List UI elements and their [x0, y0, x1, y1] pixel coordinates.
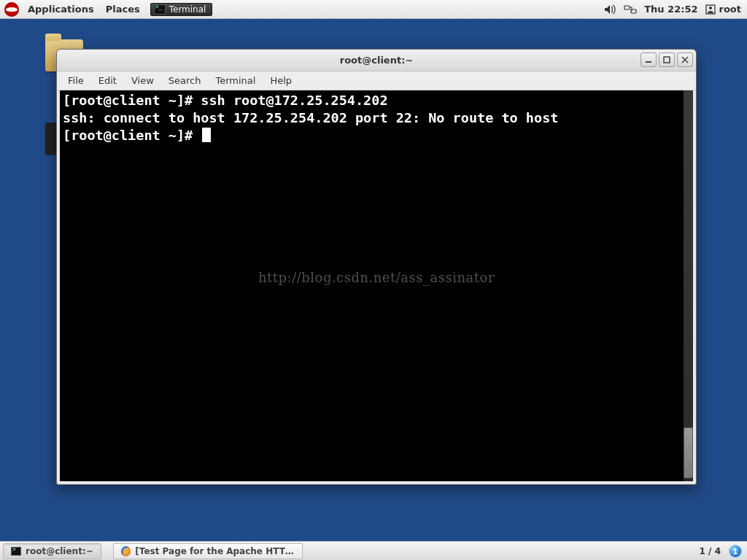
system-tray: Thu 22:52 root: [603, 4, 747, 15]
user-menu[interactable]: root: [705, 4, 742, 15]
menu-search[interactable]: Search: [162, 74, 208, 88]
menu-edit[interactable]: Edit: [92, 74, 123, 88]
applications-menu[interactable]: Applications: [22, 4, 100, 15]
terminal-scrollbar[interactable]: [684, 90, 693, 481]
svg-point-3: [709, 7, 712, 9]
clock[interactable]: Thu 22:52: [644, 4, 697, 15]
taskbar-item-firefox[interactable]: [Test Page for the Apache HTTP...: [113, 543, 303, 559]
menu-file[interactable]: File: [61, 74, 90, 88]
terminal-viewport[interactable]: [root@client ~]# ssh root@172.25.254.202…: [60, 90, 693, 481]
notification-badge[interactable]: 1: [729, 545, 741, 557]
network-icon[interactable]: [624, 4, 637, 15]
user-icon: [705, 4, 716, 15]
cursor-icon: [202, 128, 211, 142]
terminal-menubar: File Edit View Search Terminal Help: [57, 71, 696, 90]
terminal-icon: [11, 547, 21, 556]
distro-logo-icon[interactable]: [4, 2, 19, 17]
scrollbar-thumb[interactable]: [684, 427, 693, 478]
panel-task-terminal[interactable]: Terminal: [150, 3, 213, 16]
svg-rect-5: [664, 57, 670, 63]
window-title: root@client:~: [57, 55, 696, 66]
watermark-text: http://blog.csdn.net/ass_assinator: [60, 271, 693, 284]
minimize-button[interactable]: [640, 52, 657, 67]
menu-help[interactable]: Help: [263, 74, 298, 88]
terminal-window: root@client:~ File Edit View Search Term…: [56, 49, 697, 485]
taskbar-label: root@client:~: [26, 546, 93, 556]
places-menu[interactable]: Places: [100, 4, 146, 15]
menu-view[interactable]: View: [125, 74, 160, 88]
user-name: root: [719, 4, 742, 15]
top-panel: Applications Places Terminal Thu 22:52 r…: [0, 0, 747, 19]
svg-rect-4: [646, 61, 651, 63]
window-controls: [640, 52, 693, 67]
close-button[interactable]: [677, 52, 693, 67]
svg-rect-0: [624, 6, 630, 9]
volume-icon[interactable]: [603, 4, 616, 15]
window-titlebar[interactable]: root@client:~: [57, 50, 696, 71]
workspace-indicator[interactable]: 1 / 4: [694, 546, 727, 556]
bottom-panel: root@client:~ [Test Page for the Apache …: [0, 541, 747, 560]
firefox-icon: [121, 546, 131, 556]
taskbar-label: [Test Page for the Apache HTTP...: [135, 546, 294, 556]
terminal-output: [root@client ~]# ssh root@172.25.254.202…: [63, 92, 681, 144]
terminal-icon: [154, 4, 166, 15]
menu-terminal[interactable]: Terminal: [209, 74, 262, 88]
taskbar-item-terminal[interactable]: root@client:~: [3, 543, 101, 559]
maximize-button[interactable]: [659, 52, 675, 67]
panel-task-label: Terminal: [169, 4, 206, 15]
